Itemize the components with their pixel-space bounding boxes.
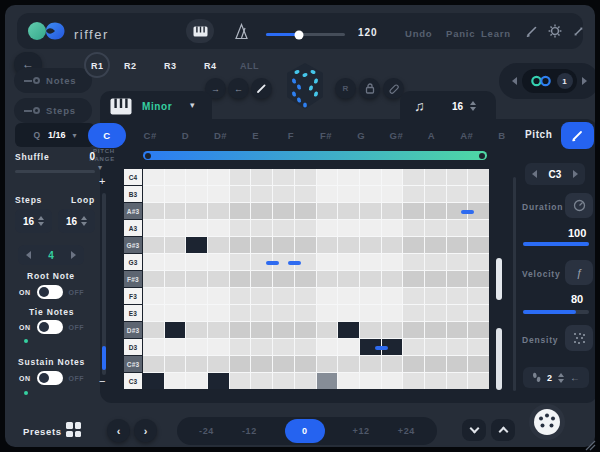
grid-cell-gsharp3-step1[interactable] (143, 237, 164, 253)
grid-cell-dsharp3-step4[interactable] (208, 322, 229, 338)
grid-cell-a3-step13[interactable] (403, 220, 424, 236)
grid-cell-d3-step10[interactable] (338, 339, 359, 355)
grid-cell-gsharp3-step14[interactable] (425, 237, 446, 253)
shift-left-button[interactable]: ← (228, 78, 249, 99)
grid-cell-b3-step3[interactable] (186, 186, 207, 202)
grid-cell-asharp3-step13[interactable] (403, 203, 424, 219)
grid-cell-fsharp3-step2[interactable] (165, 271, 186, 287)
grid-cell-g3-step1[interactable] (143, 254, 164, 270)
grid-cell-g3-step4[interactable] (208, 254, 229, 270)
grid-cell-g3-step10[interactable] (338, 254, 359, 270)
grid-cell-c3-step13[interactable] (403, 373, 424, 389)
grid-cell-dsharp3-step2[interactable] (165, 322, 186, 338)
grid-cell-gsharp3-step8[interactable] (295, 237, 316, 253)
grid-cell-asharp3-step8[interactable] (295, 203, 316, 219)
grid-cell-fsharp3-step3[interactable] (186, 271, 207, 287)
grid-cell-dsharp3-step6[interactable] (251, 322, 272, 338)
riff-tab-all[interactable]: ALL (240, 61, 259, 71)
vertical-range-track[interactable] (102, 193, 106, 375)
pitch-range-min-handle[interactable] (145, 153, 151, 159)
grid-cell-e3-step2[interactable] (165, 305, 186, 321)
pager-next-button[interactable] (582, 77, 587, 85)
grid-cell-gsharp3-step11[interactable] (360, 237, 381, 253)
grid-cell-gsharp3-step9[interactable] (317, 237, 338, 253)
grid-cell-csharp3-step6[interactable] (251, 356, 272, 372)
grid-cell-a3-step11[interactable] (360, 220, 381, 236)
grid-cell-b3-step10[interactable] (338, 186, 359, 202)
grid-cell-asharp3-step1[interactable] (143, 203, 164, 219)
grid-cell-g3-step12[interactable] (382, 254, 403, 270)
note-prev-button[interactable] (532, 170, 537, 178)
grid-cell-fsharp3-step10[interactable] (338, 271, 359, 287)
grid-cell-b3-step9[interactable] (317, 186, 338, 202)
tempo-slider[interactable] (266, 33, 345, 36)
grid-cell-gsharp3-step13[interactable] (403, 237, 424, 253)
grid-cell-c4-step5[interactable] (230, 169, 251, 185)
draw-button[interactable] (251, 78, 272, 99)
grid-cell-a3-step8[interactable] (295, 220, 316, 236)
grid-cell-g3-step15[interactable] (447, 254, 468, 270)
grid-cell-d3-step4[interactable] (208, 339, 229, 355)
record-riff-button[interactable]: R (335, 78, 356, 99)
quantize-dropdown[interactable]: Q 1/16 ▾ (15, 123, 95, 147)
grid-cell-e3-step15[interactable] (447, 305, 468, 321)
length-stepper[interactable] (470, 101, 476, 111)
grid-cell-c3-step16[interactable] (468, 373, 489, 389)
steps-mode-toggle[interactable]: Steps (14, 98, 92, 123)
pitch-range-slider[interactable] (143, 151, 487, 160)
grid-cell-f3-step4[interactable] (208, 288, 229, 304)
grid-cell-c3-step4[interactable] (208, 373, 229, 389)
metronome-button[interactable] (233, 23, 250, 44)
sustain-notes-toggle[interactable] (37, 371, 63, 385)
grid-cell-a3-step7[interactable] (273, 220, 294, 236)
grid-cell-csharp3-step8[interactable] (295, 356, 316, 372)
preset-next-button[interactable]: › (134, 419, 157, 442)
note-pill-asharp[interactable]: A# (456, 130, 478, 141)
scale-dropdown-caret[interactable]: ▾ (190, 100, 195, 110)
grid-cell-gsharp3-step10[interactable] (338, 237, 359, 253)
grid-cell-c3-step5[interactable] (230, 373, 251, 389)
steps-spinner[interactable] (38, 216, 44, 226)
grid-cell-c4-step7[interactable] (273, 169, 294, 185)
grid-cell-b3-step8[interactable] (295, 186, 316, 202)
grid-cell-b3-step15[interactable] (447, 186, 468, 202)
grid-cell-e3-step9[interactable] (317, 305, 338, 321)
grid-cell-e3-step3[interactable] (186, 305, 207, 321)
keyboard-button[interactable] (186, 19, 214, 43)
grid-cell-gsharp3-step4[interactable] (208, 237, 229, 253)
grid-cell-c4-step3[interactable] (186, 169, 207, 185)
grid-cell-g3-step9[interactable] (317, 254, 338, 270)
grid-cell-d3-step16[interactable] (468, 339, 489, 355)
grid-cell-g3-step2[interactable] (165, 254, 186, 270)
grid-cell-dsharp3-step8[interactable] (295, 322, 316, 338)
grid-cell-c3-step9[interactable] (317, 373, 338, 389)
riff-tab-r2[interactable]: R2 (124, 61, 137, 71)
grid-cell-fsharp3-step7[interactable] (273, 271, 294, 287)
grid-cell-c3-step7[interactable] (273, 373, 294, 389)
note-pill-fsharp[interactable]: F# (315, 130, 337, 141)
grid-cell-b3-step2[interactable] (165, 186, 186, 202)
grid-cell-f3-step8[interactable] (295, 288, 316, 304)
grid-cell-dsharp3-step13[interactable] (403, 322, 424, 338)
grid-cell-fsharp3-step8[interactable] (295, 271, 316, 287)
grid-cell-f3-step15[interactable] (447, 288, 468, 304)
grid-cell-d3-step5[interactable] (230, 339, 251, 355)
grid-cell-fsharp3-step5[interactable] (230, 271, 251, 287)
grid-cell-asharp3-step7[interactable] (273, 203, 294, 219)
grid-cell-asharp3-step2[interactable] (165, 203, 186, 219)
grid-cell-f3-step9[interactable] (317, 288, 338, 304)
grid-cell-dsharp3-step3[interactable] (186, 322, 207, 338)
grid-cell-c3-step11[interactable] (360, 373, 381, 389)
grid-cell-csharp3-step16[interactable] (468, 356, 489, 372)
panel-scrollbar-thumb-lower[interactable] (496, 328, 502, 390)
note-length-handle[interactable] (288, 261, 301, 265)
pager-prev-button[interactable] (512, 77, 517, 85)
grid-cell-asharp3-step12[interactable] (382, 203, 403, 219)
voices-reset-icon[interactable]: ← (570, 372, 580, 383)
grid-cell-b3-step13[interactable] (403, 186, 424, 202)
grid-cell-csharp3-step5[interactable] (230, 356, 251, 372)
tempo-slider-knob[interactable] (295, 30, 304, 39)
grid-cell-g3-step11[interactable] (360, 254, 381, 270)
grid-cell-c3-step3[interactable] (186, 373, 207, 389)
grid-cell-asharp3-step5[interactable] (230, 203, 251, 219)
